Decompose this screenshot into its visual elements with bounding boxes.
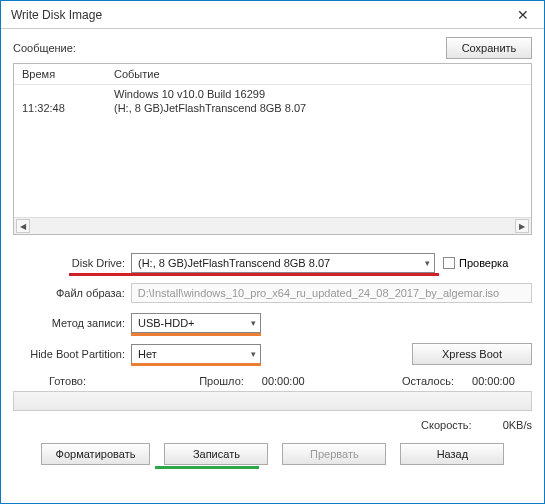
close-button[interactable]: ✕ (502, 1, 544, 29)
image-file-label: Файл образа: (13, 287, 131, 299)
write-button[interactable]: Записать (164, 443, 268, 465)
xpress-boot-button[interactable]: Xpress Boot (412, 343, 532, 365)
form-area: Disk Drive: (H:, 8 GB)JetFlashTranscend … (13, 253, 532, 465)
log-box: Время Событие Windows 10 v10.0 Build 162… (13, 63, 532, 235)
log-header-time: Время (22, 68, 114, 80)
chevron-down-icon: ▾ (425, 258, 430, 268)
window-title: Write Disk Image (11, 8, 102, 22)
titlebar: Write Disk Image ✕ (1, 1, 544, 29)
write-method-value: USB-HDD+ (138, 317, 195, 329)
write-method-select[interactable]: USB-HDD+ ▾ (131, 313, 261, 333)
verify-checkbox-wrap: Проверка (443, 257, 508, 269)
image-file-value: D:\Install\windows_10_pro_x64_ru_updated… (138, 287, 499, 299)
save-button[interactable]: Сохранить (446, 37, 532, 59)
disk-drive-row: Disk Drive: (H:, 8 GB)JetFlashTranscend … (13, 253, 532, 273)
remain-value: 00:00:00 (472, 375, 532, 387)
button-row: Форматировать Записать Прервать Назад (13, 443, 532, 465)
annotation-orange-line (131, 363, 261, 366)
scroll-right-icon[interactable]: ▶ (515, 219, 529, 233)
annotation-red-line (69, 273, 439, 276)
abort-button: Прервать (282, 443, 386, 465)
write-method-row: Метод записи: USB-HDD+ ▾ (13, 313, 532, 333)
log-cell-event: (H:, 8 GB)JetFlashTranscend 8GB 8.07 (114, 102, 523, 114)
message-label: Сообщение: (13, 42, 76, 54)
write-method-label: Метод записи: (13, 317, 131, 329)
remain-label: Осталось: (402, 375, 454, 387)
close-icon: ✕ (517, 7, 529, 23)
horizontal-scrollbar[interactable]: ◀ ▶ (14, 217, 531, 234)
log-cell-time: 11:32:48 (22, 102, 114, 114)
log-body: Windows 10 v10.0 Build 16299 11:32:48 (H… (14, 85, 531, 217)
log-row: Windows 10 v10.0 Build 16299 (22, 87, 523, 101)
log-header-event: Событие (114, 68, 523, 80)
chevron-down-icon: ▾ (251, 318, 256, 328)
image-file-row: Файл образа: D:\Install\windows_10_pro_x… (13, 283, 532, 303)
format-button[interactable]: Форматировать (41, 443, 151, 465)
annotation-orange-line (131, 333, 261, 336)
image-file-field: D:\Install\windows_10_pro_x64_ru_updated… (131, 283, 532, 303)
log-cell-event: Windows 10 v10.0 Build 16299 (114, 88, 523, 100)
chevron-down-icon: ▾ (251, 349, 256, 359)
elapsed-label: Прошло: (199, 375, 244, 387)
elapsed-value: 00:00:00 (262, 375, 322, 387)
content-area: Сообщение: Сохранить Время Событие Windo… (1, 29, 544, 475)
speed-label: Скорость: (421, 419, 472, 431)
back-button[interactable]: Назад (400, 443, 504, 465)
ready-label: Готово: (49, 375, 119, 387)
log-row: 11:32:48 (H:, 8 GB)JetFlashTranscend 8GB… (22, 101, 523, 115)
verify-label: Проверка (459, 257, 508, 269)
message-row: Сообщение: Сохранить (13, 37, 532, 59)
hide-boot-label: Hide Boot Partition: (13, 348, 131, 360)
hide-boot-select[interactable]: Нет ▾ (131, 344, 261, 364)
scroll-left-icon[interactable]: ◀ (16, 219, 30, 233)
log-header: Время Событие (14, 64, 531, 85)
progress-bar (13, 391, 532, 411)
hide-boot-value: Нет (138, 348, 157, 360)
verify-checkbox[interactable] (443, 257, 455, 269)
hide-boot-row: Hide Boot Partition: Нет ▾ Xpress Boot (13, 343, 532, 365)
disk-drive-select[interactable]: (H:, 8 GB)JetFlashTranscend 8GB 8.07 ▾ (131, 253, 435, 273)
speed-row: Скорость: 0KB/s (13, 419, 532, 431)
progress-text-row: Готово: Прошло: 00:00:00 Осталось: 00:00… (13, 375, 532, 387)
disk-drive-value: (H:, 8 GB)JetFlashTranscend 8GB 8.07 (138, 257, 330, 269)
disk-drive-label: Disk Drive: (13, 257, 131, 269)
log-cell-time (22, 88, 114, 100)
speed-value: 0KB/s (503, 419, 532, 431)
annotation-green-line (155, 466, 259, 469)
